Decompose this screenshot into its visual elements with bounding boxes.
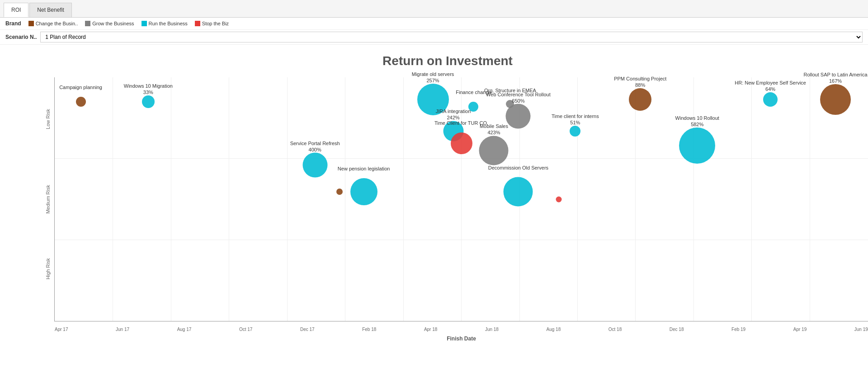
tab-roi[interactable]: ROI bbox=[4, 3, 28, 17]
grid-v-11 bbox=[693, 77, 694, 321]
legend-dot-grow bbox=[85, 21, 90, 26]
x-label-5: Feb 18 bbox=[362, 327, 376, 332]
bubble-17[interactable] bbox=[763, 92, 778, 107]
bubble-label-9: Time client for interns51% bbox=[552, 113, 599, 126]
grid-v-13 bbox=[810, 77, 810, 321]
y-label-medium: Medium Risk bbox=[45, 185, 51, 214]
x-label-11: Feb 19 bbox=[731, 327, 745, 332]
grid-v-7 bbox=[461, 77, 462, 321]
legend-label-run: Run the Business bbox=[149, 21, 188, 26]
legend-stop[interactable]: Stop the Biz bbox=[195, 21, 229, 26]
x-label-13: Jun 19 bbox=[854, 327, 868, 332]
y-label-low: Low Risk bbox=[45, 109, 51, 129]
legend-grow[interactable]: Grow the Business bbox=[85, 21, 134, 26]
grid-v-6 bbox=[403, 77, 404, 321]
legend-label-stop: Stop the Biz bbox=[202, 21, 229, 26]
x-label-12: Apr 19 bbox=[793, 327, 807, 332]
bubble-label-16: Windows 10 Rollout582% bbox=[675, 115, 719, 128]
bubble-15[interactable] bbox=[556, 196, 562, 202]
chart-container: Return on Investment Low Risk Medium Ris… bbox=[0, 45, 868, 343]
tab-net-benefit[interactable]: Net Benefit bbox=[29, 3, 71, 17]
bubble-2[interactable] bbox=[417, 84, 449, 115]
x-label-7: Jun 18 bbox=[485, 327, 499, 332]
x-label-2: Aug 17 bbox=[177, 327, 192, 332]
legend-items: Change the Busin.. Grow the Business Run… bbox=[28, 21, 229, 26]
grid-v-3 bbox=[229, 77, 229, 321]
chart-area: Apr 17 Jun 17 Aug 17 Oct 17 Dec 17 Feb 1… bbox=[54, 77, 868, 321]
filter-bar: Brand Change the Busin.. Grow the Busine… bbox=[0, 18, 868, 30]
bubble-label-18: Rollout SAP to Latin America167% bbox=[804, 71, 868, 85]
bubble-label-11: Service Portal Refresh400% bbox=[290, 140, 340, 153]
bubble-10[interactable] bbox=[629, 88, 651, 111]
bubble-8[interactable] bbox=[479, 136, 509, 165]
grid-v-5 bbox=[345, 77, 345, 321]
bubble-9[interactable] bbox=[570, 126, 580, 137]
brand-label: Brand bbox=[5, 20, 21, 27]
scenario-label: Scenario N.. bbox=[5, 34, 37, 40]
grid-v-9 bbox=[577, 77, 578, 321]
grid-v-2 bbox=[171, 77, 171, 321]
x-label-9: Oct 18 bbox=[609, 327, 622, 332]
bubble-label-0: Campaign planning bbox=[59, 84, 102, 90]
x-label-6: Apr 18 bbox=[424, 327, 437, 332]
bubble-label-8: Mobile Sales423% bbox=[480, 123, 508, 136]
bubble-12[interactable] bbox=[350, 178, 377, 205]
bubble-13[interactable] bbox=[504, 177, 533, 207]
bubble-label-13: Decommission Old Servers bbox=[488, 165, 548, 171]
bubble-label-4: Org. Structure in EMEA bbox=[484, 87, 536, 94]
grid-v-1 bbox=[113, 77, 113, 321]
legend-label-change: Change the Busin.. bbox=[36, 21, 78, 26]
bubble-1[interactable] bbox=[142, 95, 155, 108]
bubble-0[interactable] bbox=[76, 97, 86, 107]
legend-change[interactable]: Change the Busin.. bbox=[28, 21, 78, 26]
bubble-7[interactable] bbox=[451, 132, 472, 154]
bubble-label-2: Migrate old servers257% bbox=[412, 71, 454, 84]
legend-run[interactable]: Run the Business bbox=[142, 21, 188, 26]
bubble-16[interactable] bbox=[679, 127, 715, 164]
grid-v-4 bbox=[287, 77, 288, 321]
scenario-select[interactable]: 1 Plan of Record bbox=[40, 32, 863, 42]
chart-title: Return on Investment bbox=[27, 54, 868, 68]
bubble-14[interactable] bbox=[336, 189, 343, 195]
bubble-label-1: Windows 10 Migration33% bbox=[124, 83, 173, 96]
x-axis: Apr 17 Jun 17 Aug 17 Oct 17 Dec 17 Feb 1… bbox=[55, 327, 868, 332]
x-label-4: Dec 17 bbox=[300, 327, 315, 332]
tab-bar: ROI Net Benefit bbox=[0, 0, 868, 18]
x-axis-title: Finish Date bbox=[447, 335, 476, 342]
grid-v-12 bbox=[751, 77, 752, 321]
x-label-8: Aug 18 bbox=[547, 327, 561, 332]
x-label-3: Oct 17 bbox=[239, 327, 252, 332]
bubble-label-10: PPM Consulting Project88% bbox=[614, 76, 666, 89]
tabs-container: ROI Net Benefit bbox=[0, 0, 868, 18]
legend-label-grow: Grow the Business bbox=[92, 21, 134, 26]
grid-v-10 bbox=[635, 77, 636, 321]
legend-dot-stop bbox=[195, 21, 200, 26]
x-label-0: Apr 17 bbox=[55, 327, 68, 332]
bubble-label-17: HR: New Employee Self Service64% bbox=[735, 80, 806, 93]
bubble-5[interactable] bbox=[506, 104, 531, 129]
x-label-1: Jun 17 bbox=[116, 327, 129, 332]
bubble-18[interactable] bbox=[820, 84, 851, 115]
legend-dot-run bbox=[142, 21, 147, 26]
y-label-high: High Risk bbox=[45, 258, 51, 279]
bubble-3[interactable] bbox=[468, 102, 478, 112]
x-label-10: Dec 18 bbox=[670, 327, 684, 332]
legend-dot-change bbox=[28, 21, 34, 26]
bubble-label-5: Web Conference Tool Rollout650% bbox=[486, 91, 551, 104]
bubble-11[interactable] bbox=[302, 153, 327, 178]
scenario-bar: Scenario N.. 1 Plan of Record bbox=[0, 30, 868, 45]
